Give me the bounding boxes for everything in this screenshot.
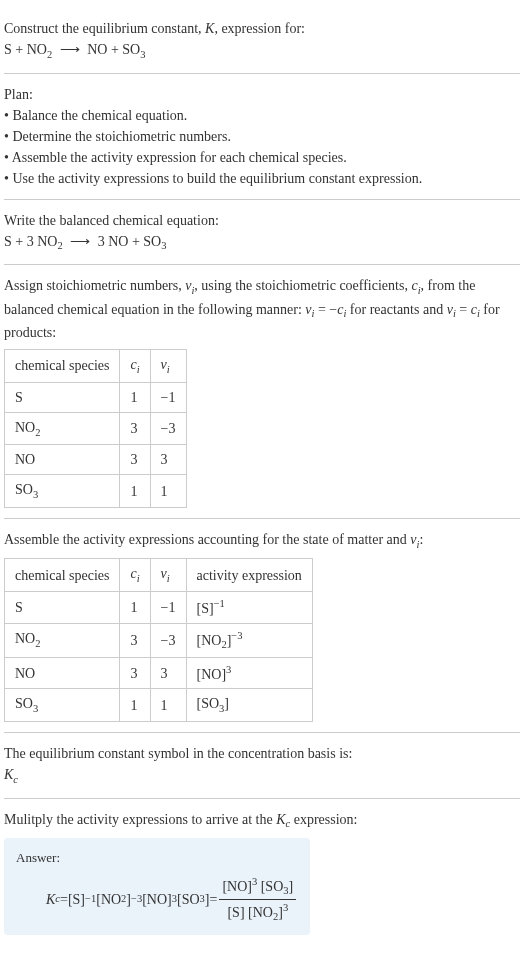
cell-species: SO3 [5, 689, 120, 722]
exp: −3 [131, 891, 142, 907]
sub: 2 [35, 638, 40, 649]
hdr-activity: activity expression [186, 559, 312, 592]
cell-c: 1 [120, 475, 150, 508]
term: [SO [177, 889, 200, 910]
activity-table: chemical species ci νi activity expressi… [4, 558, 313, 722]
cell-species: S [5, 591, 120, 623]
hdr-species: chemical species [5, 559, 120, 592]
balanced-equation: S + 3 NO2 ⟶ 3 NO + SO3 [4, 231, 520, 255]
arrow-icon: ⟶ [60, 42, 80, 57]
cell-species: NO [5, 657, 120, 689]
exp: 3 [283, 902, 288, 913]
term: [NO] [142, 889, 172, 910]
cell-c: 1 [120, 382, 150, 412]
sub: 2 [35, 427, 40, 438]
sub: 2 [221, 639, 226, 650]
cell-nu: 1 [150, 475, 186, 508]
cell-c: 3 [120, 657, 150, 689]
txt: NO [15, 420, 35, 435]
cell-activity: [NO2]−3 [186, 623, 312, 657]
exp: −3 [231, 630, 242, 641]
txt: NO [15, 631, 35, 646]
activity-section: Assemble the activity expressions accoun… [4, 519, 520, 733]
prompt-text: Construct the equilibrium constant, K, e… [4, 18, 520, 39]
multiply-section: Mulitply the activity expressions to arr… [4, 799, 520, 945]
txt: Mulitply the activity expressions to arr… [4, 812, 276, 827]
c-sub: c [55, 891, 60, 907]
prompt-section: Construct the equilibrium constant, K, e… [4, 8, 520, 74]
cell-c: 1 [120, 689, 150, 722]
Kc-symbol: Kc [4, 764, 520, 788]
multiply-text: Mulitply the activity expressions to arr… [4, 809, 520, 833]
hdr-species: chemical species [5, 350, 120, 383]
plan-section: Plan: • Balance the chemical equation. •… [4, 74, 520, 200]
bal-lhs-sub: 2 [57, 240, 62, 251]
c-var: c [130, 357, 136, 372]
cell-species: NO2 [5, 623, 120, 657]
plan-title: Plan: [4, 84, 520, 105]
cell-c: 3 [120, 623, 150, 657]
symbol-text: The equilibrium constant symbol in the c… [4, 743, 520, 764]
txt: SO [15, 482, 33, 497]
txt: = − [314, 302, 337, 317]
i-sub: i [167, 573, 170, 584]
nu-var: ν [161, 357, 167, 372]
sub: 2 [273, 911, 278, 922]
nu-var: ν [410, 532, 416, 547]
K-var: K [46, 889, 55, 910]
arrow-icon: ⟶ [70, 234, 90, 249]
answer-box: Answer: Kc = [S]−1 [NO2]−3 [NO]3 [SO3] =… [4, 838, 310, 935]
nu-var: ν [161, 566, 167, 581]
exp: −1 [85, 891, 96, 907]
txt: for reactants and [346, 302, 446, 317]
numerator: [NO]3 [SO3] [219, 874, 296, 900]
sub: 3 [283, 885, 288, 896]
i-sub: i [137, 364, 140, 375]
plan-bullet-4: • Use the activity expressions to build … [4, 168, 520, 189]
table-row: NO 3 3 [5, 445, 187, 475]
cell-species: S [5, 382, 120, 412]
c-sub: c [286, 818, 291, 829]
symbol-section: The equilibrium constant symbol in the c… [4, 733, 520, 799]
txt: expression: [290, 812, 357, 827]
eq-lhs: S + NO [4, 42, 47, 57]
i-sub: i [343, 308, 346, 319]
bal-rhs-sub: 3 [161, 240, 166, 251]
i-sub: i [477, 308, 480, 319]
prompt-part1: Construct the equilibrium constant, [4, 21, 205, 36]
hdr-c: ci [120, 559, 150, 592]
bal-rhs: 3 NO + SO [98, 234, 162, 249]
nu-var: ν [305, 302, 311, 317]
term: [NO] [222, 878, 252, 893]
table-row: S 1 −1 [5, 382, 187, 412]
cell-c: 3 [120, 412, 150, 445]
i-sub: i [453, 308, 456, 319]
stoich-text: Assign stoichiometric numbers, νi, using… [4, 275, 520, 343]
table-row: S 1 −1 [S]−1 [5, 591, 313, 623]
eq-rhs-sub: 3 [140, 49, 145, 60]
exp: 3 [226, 664, 231, 675]
i-sub: i [417, 539, 420, 550]
i-sub: i [167, 364, 170, 375]
prompt-part2: , expression for: [214, 21, 305, 36]
cell-species: NO [5, 445, 120, 475]
K-var: K [276, 812, 285, 827]
table-row: SO3 1 1 [SO3] [5, 689, 313, 722]
plan-bullet-3: • Assemble the activity expression for e… [4, 147, 520, 168]
i-sub: i [312, 308, 315, 319]
txt: [S] [197, 601, 214, 616]
sub: 3 [200, 891, 205, 907]
cell-nu: −1 [150, 382, 186, 412]
nu-var: ν [447, 302, 453, 317]
fraction: [NO]3 [SO3] [S] [NO2]3 [219, 874, 296, 925]
txt: [SO [197, 696, 220, 711]
stoich-section: Assign stoichiometric numbers, νi, using… [4, 265, 520, 519]
term: [SO [257, 878, 283, 893]
txt: = [456, 302, 471, 317]
i-sub: i [191, 285, 194, 296]
exp: 3 [172, 891, 177, 907]
unbalanced-equation: S + NO2 ⟶ NO + SO3 [4, 39, 520, 63]
hdr-nu: νi [150, 559, 186, 592]
table-header-row: chemical species ci νi activity expressi… [5, 559, 313, 592]
c-var: c [411, 278, 417, 293]
